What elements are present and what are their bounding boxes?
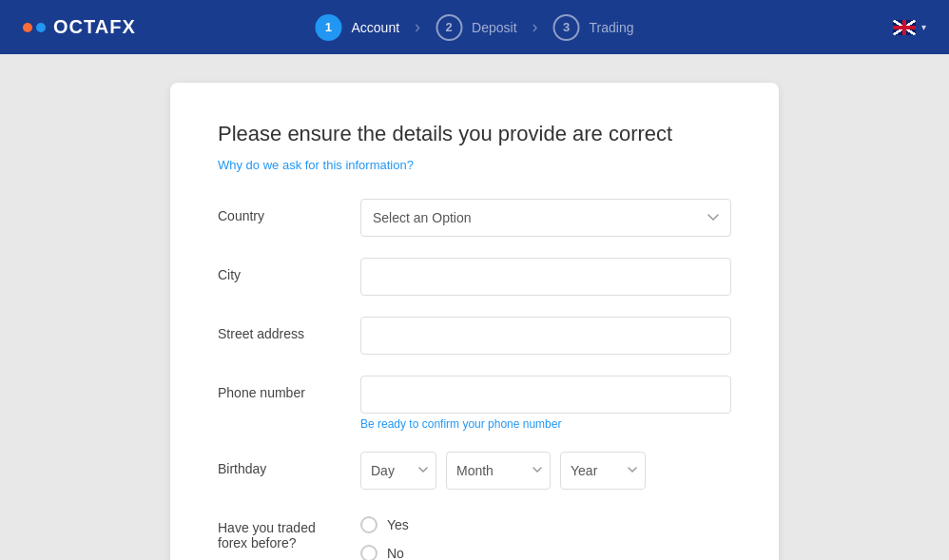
header: OCTAFX 1 Account › 2 Deposit › 3 Trading bbox=[0, 0, 949, 54]
logo-dot-orange bbox=[23, 23, 32, 32]
forex-no-radio[interactable] bbox=[360, 545, 378, 560]
step-2-circle: 2 bbox=[436, 14, 462, 41]
forex-no-label: No bbox=[387, 546, 404, 560]
phone-control: Be ready to confirm your phone number bbox=[360, 376, 731, 431]
street-row: Street address bbox=[218, 317, 731, 355]
flag-icon bbox=[893, 20, 916, 35]
country-row: Country Select an Option bbox=[218, 199, 731, 237]
street-label: Street address bbox=[218, 317, 341, 341]
birthday-control: Day Month Year bbox=[360, 452, 731, 490]
birthday-year-select[interactable]: Year bbox=[560, 452, 646, 490]
city-control bbox=[360, 258, 731, 296]
street-control bbox=[360, 317, 731, 355]
step-arrow-1: › bbox=[415, 17, 420, 37]
phone-input[interactable] bbox=[360, 376, 731, 414]
step-3: 3 Trading bbox=[553, 14, 634, 41]
phone-label: Phone number bbox=[218, 376, 341, 400]
card-title: Please ensure the details you provide ar… bbox=[218, 121, 731, 148]
forex-label: Have you traded forex before? bbox=[218, 511, 341, 550]
step-3-label: Trading bbox=[590, 20, 634, 35]
main-content: Please ensure the details you provide ar… bbox=[0, 54, 949, 560]
logo: OCTAFX bbox=[23, 16, 136, 38]
forex-yes-radio[interactable] bbox=[360, 516, 378, 533]
birthday-day-select[interactable]: Day bbox=[360, 452, 436, 490]
logo-text: OCTAFX bbox=[53, 16, 136, 38]
language-selector[interactable]: ▾ bbox=[893, 20, 926, 35]
street-input[interactable] bbox=[360, 317, 731, 355]
step-3-circle: 3 bbox=[553, 14, 580, 41]
phone-row: Phone number Be ready to confirm your ph… bbox=[218, 376, 731, 431]
step-1: 1 Account bbox=[315, 14, 399, 41]
country-control: Select an Option bbox=[360, 199, 731, 237]
stepper: 1 Account › 2 Deposit › 3 Trading bbox=[315, 14, 633, 41]
step-1-label: Account bbox=[351, 20, 399, 35]
forex-yes-option[interactable]: Yes bbox=[360, 516, 731, 533]
forex-yes-label: Yes bbox=[387, 517, 409, 532]
city-label: City bbox=[218, 258, 341, 282]
step-arrow-2: › bbox=[533, 17, 538, 37]
country-select[interactable]: Select an Option bbox=[360, 199, 731, 237]
birthday-label: Birthday bbox=[218, 452, 341, 476]
forex-radio-group: Yes No bbox=[360, 511, 731, 560]
logo-dot-blue bbox=[36, 23, 46, 32]
forex-no-option[interactable]: No bbox=[360, 545, 731, 560]
language-chevron: ▾ bbox=[921, 22, 926, 32]
forex-control: Yes No bbox=[360, 511, 731, 560]
forex-row: Have you traded forex before? Yes No bbox=[218, 511, 731, 560]
city-input[interactable] bbox=[360, 258, 731, 296]
step-2-label: Deposit bbox=[472, 20, 516, 35]
step-2: 2 Deposit bbox=[436, 14, 516, 41]
birthday-row: Birthday Day Month Year bbox=[218, 452, 731, 490]
card-subtitle[interactable]: Why do we ask for this information? bbox=[218, 158, 731, 172]
country-label: Country bbox=[218, 199, 341, 223]
form-card: Please ensure the details you provide ar… bbox=[170, 83, 779, 560]
birthday-selects: Day Month Year bbox=[360, 452, 731, 490]
birthday-month-select[interactable]: Month bbox=[446, 452, 551, 490]
city-row: City bbox=[218, 258, 731, 296]
step-1-circle: 1 bbox=[315, 14, 341, 41]
phone-hint: Be ready to confirm your phone number bbox=[360, 417, 731, 431]
